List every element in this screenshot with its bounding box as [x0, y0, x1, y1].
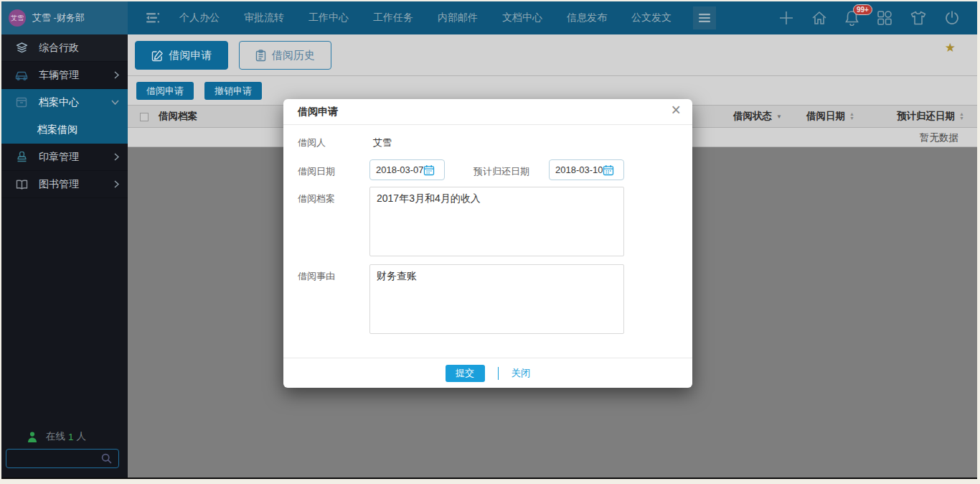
return-date-label: 预计归还日期: [473, 165, 529, 178]
person-icon: [27, 432, 37, 442]
empty-text: 暂无数据: [920, 131, 958, 144]
car-icon: [15, 70, 28, 80]
screen: 艾雪 艾雪 -财务部 个人办公 审批流转 工作中心 工作任务 内部邮件 文档中心…: [0, 0, 980, 484]
column-header-borrow-date[interactable]: 借阅日期 ▲▼: [806, 106, 854, 127]
submit-button[interactable]: 提交: [446, 365, 485, 382]
search-icon[interactable]: [101, 453, 112, 464]
sidebar-item-label: 车辆管理: [39, 69, 79, 82]
chevron-right-icon: [114, 153, 119, 161]
reason-textarea[interactable]: 财务查账: [369, 264, 624, 334]
calendar-icon[interactable]: [423, 164, 435, 176]
sidebar-item-label: 印章管理: [39, 151, 79, 164]
sidebar: 综合行政 车辆管理 档案中心 档案借: [1, 34, 128, 479]
filter-caret-icon[interactable]: ▼: [776, 113, 782, 120]
online-suffix: 人: [77, 430, 87, 443]
online-count: 1: [68, 432, 74, 442]
close-button[interactable]: 关闭: [512, 367, 531, 380]
add-icon[interactable]: [778, 10, 794, 26]
sidebar-item-label: 档案借阅: [37, 124, 77, 136]
username: 艾雪 -财务部: [32, 11, 85, 24]
tab-label: 借阅历史: [272, 49, 315, 62]
archive-textarea[interactable]: 2017年3月和4月的收入: [369, 187, 624, 256]
sidebar-search-input[interactable]: [12, 450, 97, 467]
borrow-date-field[interactable]: [369, 159, 445, 180]
edit-icon: [151, 50, 164, 62]
column-header-status[interactable]: 借阅状态 ▼: [733, 106, 782, 127]
close-icon[interactable]: ×: [672, 101, 681, 120]
sort-icon[interactable]: ▲▼: [849, 112, 854, 121]
online-label: 在线: [46, 430, 65, 443]
menu-item-document-center[interactable]: 文档中心: [502, 11, 542, 24]
return-date-input[interactable]: [550, 164, 603, 175]
borrower-label: 借阅人: [298, 136, 326, 149]
menu-item-official-dispatch[interactable]: 公文发文: [631, 11, 672, 24]
menu-item-internal-mail[interactable]: 内部邮件: [438, 11, 478, 24]
chevron-right-icon: [114, 71, 119, 79]
online-status: 在线 1 人: [1, 430, 128, 443]
favorite-star-icon[interactable]: ★: [945, 40, 956, 55]
sidebar-item-label: 综合行政: [39, 42, 79, 55]
modal-footer: 提交 关闭: [283, 358, 692, 388]
power-icon[interactable]: [944, 10, 960, 26]
return-date-field[interactable]: [549, 159, 624, 180]
apps-grid-icon[interactable]: [877, 10, 892, 26]
sidebar-item-vehicle-management[interactable]: 车辆管理: [1, 62, 128, 89]
cancel-request-button[interactable]: 撤销申请: [204, 82, 262, 100]
history-icon: [255, 50, 266, 62]
topbar: 艾雪 艾雪 -财务部 个人办公 审批流转 工作中心 工作任务 内部邮件 文档中心…: [1, 1, 977, 34]
book-icon: [15, 180, 28, 190]
more-menu-icon[interactable]: [693, 6, 716, 29]
tab-borrow-request[interactable]: 借阅申请: [135, 41, 228, 70]
archive-label: 借阅档案: [298, 192, 335, 205]
sidebar-item-label: 图书管理: [39, 178, 79, 191]
borrower-value: 艾雪: [373, 136, 392, 149]
tshirt-icon[interactable]: [910, 10, 927, 26]
sidebar-nav: 综合行政 车辆管理 档案中心 档案借: [1, 34, 128, 198]
select-all-checkbox[interactable]: [140, 113, 149, 121]
sidebar-search: [6, 449, 119, 468]
modal-title: 借阅申请: [298, 106, 338, 118]
sidebar-item-label: 档案中心: [39, 96, 79, 109]
user-info[interactable]: 艾雪 艾雪 -财务部: [1, 1, 128, 34]
archive-icon: [15, 97, 28, 108]
avatar[interactable]: 艾雪: [9, 9, 26, 27]
layers-icon: [15, 42, 28, 54]
notification-badge: 99+: [853, 4, 872, 15]
column-header-archive[interactable]: 借阅档案: [159, 106, 197, 127]
top-menu: 个人办公 审批流转 工作中心 工作任务 内部邮件 文档中心 信息发布 公文发文: [179, 11, 672, 24]
borrow-date-label: 借阅日期: [298, 165, 335, 178]
collapse-sidebar-icon[interactable]: [142, 11, 161, 25]
notifications-bell-icon[interactable]: 99+: [844, 10, 859, 26]
sort-icon[interactable]: ▲▼: [959, 112, 964, 121]
menu-item-approval-flow[interactable]: 审批流转: [244, 11, 284, 24]
borrow-date-input[interactable]: [370, 164, 423, 175]
app-window: 艾雪 艾雪 -财务部 个人办公 审批流转 工作中心 工作任务 内部邮件 文档中心…: [1, 1, 977, 479]
tab-row: 借阅申请 借阅历史 ★: [128, 34, 977, 76]
borrow-request-button[interactable]: 借阅申请: [136, 82, 194, 100]
sidebar-item-seal-management[interactable]: 印章管理: [1, 144, 128, 171]
topbar-icons: 99+: [778, 10, 960, 26]
borrow-request-modal: 借阅申请 × 借阅人 艾雪 借阅日期 预计归还日期 借阅档案 2017年3月和4…: [283, 99, 692, 388]
sidebar-item-archive-borrowing[interactable]: 档案借阅: [1, 116, 128, 144]
chevron-down-icon: [111, 100, 119, 105]
sidebar-item-general-admin[interactable]: 综合行政: [1, 34, 128, 62]
menu-item-work-tasks[interactable]: 工作任务: [373, 11, 413, 24]
column-header-return-date[interactable]: 预计归还日期 ▲▼: [897, 106, 964, 127]
tab-label: 借阅申请: [169, 49, 212, 62]
home-icon[interactable]: [811, 10, 827, 26]
menu-item-personal-office[interactable]: 个人办公: [179, 11, 220, 24]
calendar-icon[interactable]: [603, 164, 614, 176]
menu-item-info-publish[interactable]: 信息发布: [567, 11, 607, 24]
tab-borrow-history[interactable]: 借阅历史: [239, 41, 331, 70]
sidebar-item-book-management[interactable]: 图书管理: [1, 171, 128, 198]
modal-header: 借阅申请 ×: [283, 99, 692, 125]
reason-label: 借阅事由: [298, 270, 335, 283]
footer-divider: [498, 367, 499, 380]
sidebar-item-archive-center[interactable]: 档案中心: [1, 89, 128, 116]
stamp-icon: [15, 152, 28, 163]
chevron-right-icon: [114, 180, 119, 188]
menu-item-work-center[interactable]: 工作中心: [308, 11, 349, 24]
